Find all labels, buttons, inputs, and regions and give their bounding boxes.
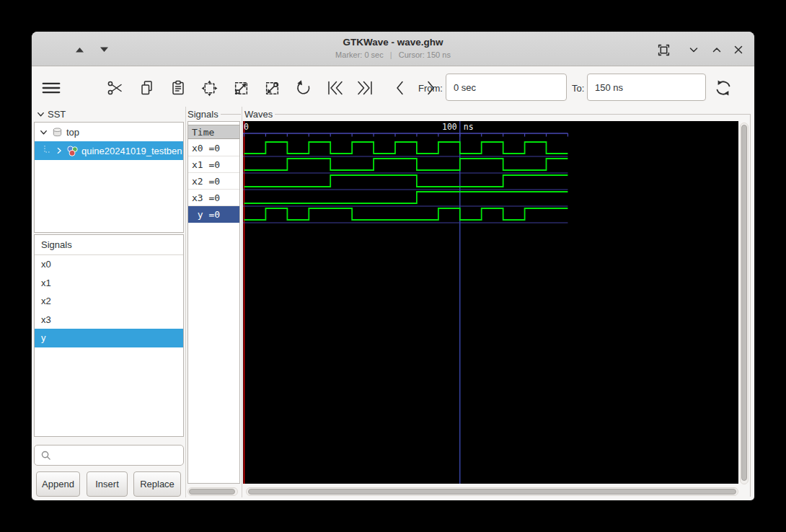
undo-button[interactable] — [293, 79, 312, 97]
clipboard-paste-icon — [169, 79, 187, 97]
chevron-left-icon — [392, 79, 409, 97]
gtkwave-window: GTKWave - wave.ghw Marker: 0 sec | Curso… — [32, 32, 754, 500]
signal-row-x0[interactable]: x0 =0 — [188, 140, 239, 156]
tree-item-testbench[interactable]: quine20241019_testben — [35, 141, 183, 160]
waveform-plot: 0100ns — [243, 121, 738, 484]
signal-row-x3[interactable]: x3 =0 — [188, 190, 239, 206]
waves-hscrollbar-track[interactable] — [246, 487, 738, 496]
filter-item-label: x0 — [41, 259, 51, 270]
close-icon — [732, 43, 745, 56]
status-separator: | — [386, 50, 397, 59]
minimize-button[interactable] — [684, 40, 703, 59]
signal-values-panel: Time x0 =0 x1 =0 x2 =0 x3 =0 y =0 — [187, 121, 240, 484]
filter-list-header: Signals — [35, 235, 183, 255]
paste-button[interactable] — [169, 79, 187, 97]
sst-label: SST — [48, 109, 66, 120]
cut-button[interactable] — [106, 79, 125, 97]
database-icon — [51, 126, 63, 138]
search-icon — [40, 450, 51, 461]
tree-item-top[interactable]: top — [35, 123, 183, 141]
tree-item-label: top — [66, 127, 79, 138]
undo-icon — [294, 79, 312, 97]
copy-button[interactable] — [138, 79, 156, 97]
zoom-fit-button[interactable] — [200, 79, 218, 97]
window-title: GTKWave - wave.ghw — [32, 37, 754, 48]
previous-edge-button[interactable] — [391, 79, 410, 97]
filter-item-x1[interactable]: x1 — [35, 274, 183, 293]
sst-tree: top quine20241019_testben — [34, 122, 184, 233]
expander-down-icon — [39, 128, 48, 137]
hamburger-menu-icon — [42, 79, 61, 97]
copy-icon — [138, 79, 156, 97]
skip-to-start-icon — [326, 79, 345, 97]
cursor-status: Cursor: 150 ns — [399, 50, 451, 59]
zoom-in-icon — [232, 79, 250, 97]
go-to-start-button[interactable] — [326, 79, 345, 97]
waveform-canvas[interactable]: 0100ns — [243, 121, 738, 484]
filter-item-y[interactable]: y — [35, 329, 183, 347]
expander-down-icon — [36, 110, 45, 119]
tree-item-label: quine20241019_testben — [81, 146, 182, 156]
time-column-header[interactable]: Time — [188, 125, 239, 139]
fullscreen-icon — [657, 43, 671, 57]
signal-row-y[interactable]: y =0 — [188, 206, 239, 223]
signal-search[interactable] — [34, 445, 184, 466]
waves-vscrollbar-thumb[interactable] — [741, 125, 747, 481]
pane-splitter-left[interactable] — [185, 107, 186, 497]
scissors-icon — [107, 79, 124, 97]
waves-vscrollbar-track[interactable] — [740, 123, 749, 484]
reload-button[interactable] — [714, 79, 733, 97]
values-hscrollbar-thumb[interactable] — [189, 489, 235, 495]
tree-branch-line — [43, 146, 52, 156]
search-input[interactable] — [56, 445, 183, 465]
expander-right-icon — [55, 146, 63, 155]
fullscreen-button[interactable] — [654, 40, 673, 59]
filter-item-x2[interactable]: x2 — [35, 292, 183, 311]
filter-item-label: x3 — [41, 314, 51, 325]
filter-item-x3[interactable]: x3 — [35, 311, 183, 329]
frame-line — [221, 114, 241, 115]
signal-row-x2[interactable]: x2 =0 — [188, 173, 239, 190]
waves-panel-label: Waves — [244, 109, 273, 120]
waves-hscrollbar-thumb[interactable] — [248, 489, 736, 495]
insert-button[interactable]: Insert — [87, 471, 128, 497]
close-button[interactable] — [729, 40, 748, 59]
from-label: From: — [418, 83, 443, 94]
zoom-fit-icon — [200, 79, 218, 97]
filter-item-label: y — [41, 332, 46, 343]
to-input[interactable] — [587, 74, 706, 101]
signal-row-x1[interactable]: x1 =0 — [188, 156, 239, 173]
svg-text:ns: ns — [464, 122, 474, 132]
titlebar: GTKWave - wave.ghw Marker: 0 sec | Curso… — [32, 32, 754, 66]
menu-button[interactable] — [42, 79, 61, 97]
maximize-button[interactable] — [707, 40, 726, 59]
zoom-out-button[interactable] — [262, 79, 281, 97]
chevron-up-icon — [710, 43, 723, 56]
chevron-down-icon — [687, 43, 700, 56]
filter-item-label: x1 — [41, 278, 51, 288]
sst-expander[interactable]: SST — [36, 107, 66, 120]
replace-button[interactable]: Replace — [133, 471, 181, 497]
module-icon — [66, 145, 79, 157]
pane-splitter-right[interactable] — [242, 107, 242, 497]
signal-filter-list: Signals x0 x1 x2 x3 y — [34, 234, 184, 437]
frame-line — [750, 114, 751, 497]
frame-line — [275, 114, 750, 115]
from-input[interactable] — [446, 74, 567, 101]
to-label: To: — [572, 83, 584, 94]
filter-item-x0[interactable]: x0 — [35, 255, 183, 274]
svg-text:100: 100 — [442, 122, 457, 132]
filter-item-label: x2 — [41, 296, 51, 306]
zoom-in-button[interactable] — [231, 79, 250, 97]
reload-icon — [714, 79, 733, 97]
svg-text:0: 0 — [244, 122, 249, 132]
signals-panel-label: Signals — [187, 109, 218, 120]
values-hscrollbar-track[interactable] — [187, 487, 238, 496]
marker-cursor-status: Marker: 0 sec | Cursor: 150 ns — [32, 50, 754, 59]
toolbar: From: To: — [32, 67, 754, 107]
marker-status: Marker: 0 sec — [335, 50, 384, 59]
append-button[interactable]: Append — [36, 471, 80, 497]
zoom-out-icon — [263, 79, 281, 97]
